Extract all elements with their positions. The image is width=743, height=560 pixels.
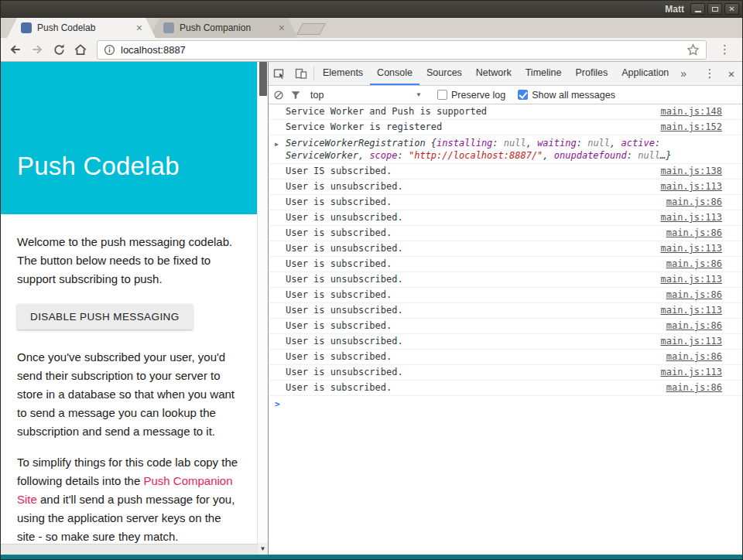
show-all-messages-checkbox[interactable] [518,90,528,100]
clear-console-icon[interactable] [273,90,284,101]
home-icon [74,43,87,56]
devtools-tab-elements[interactable]: Elements [316,62,370,85]
devtools-close-icon[interactable]: × [721,62,742,85]
console-message-text: User is unsubscribed. [286,336,403,347]
object-token: : [655,138,660,149]
inspect-element-button[interactable] [269,62,290,85]
console-source-link[interactable]: main.js:86 [657,289,722,301]
disable-push-button[interactable]: DISABLE PUSH MESSAGING [17,304,193,330]
console-toolbar: top ▼ Preserve log Show all messages [269,86,742,104]
object-token: : [577,138,587,149]
scroll-down-arrow-icon[interactable]: ▼ [258,543,268,555]
browser-tab-push-codelab[interactable]: Push Codelab × [7,18,156,38]
maximize-button[interactable] [707,3,722,15]
console-source-link[interactable]: main.js:86 [657,227,722,239]
devtools-tab-network[interactable]: Network [469,62,519,85]
console-source-link[interactable]: main.js:86 [657,382,722,394]
devtools-tab-sources[interactable]: Sources [419,62,469,85]
back-button[interactable] [5,39,26,60]
object-token: "http://localhost:8887/" [409,150,543,161]
device-toolbar-button[interactable] [290,62,312,85]
object-token: null [587,138,610,149]
tab-close-icon[interactable]: × [134,22,145,34]
subscription-paragraph: Once you've subscribed your user, you'd … [17,348,241,441]
console-row: User is unsubscribed.main.js:113 [269,241,742,257]
devtools-tab-profiles[interactable]: Profiles [568,62,615,85]
console-message-text: User is unsubscribed. [286,305,403,316]
object-token: null [504,138,526,149]
bookmark-star-icon[interactable] [687,43,700,56]
address-bar[interactable]: localhost:8887 [97,40,707,60]
browser-menu-icon[interactable]: ⋮ [713,43,738,56]
url-text[interactable]: localhost:8887 [121,44,681,56]
console-object-preview[interactable]: ServiceWorkerRegistration {installing: n… [286,137,722,162]
console-row: User is subscribed.main.js:86 [269,226,742,241]
console-source-link[interactable]: main.js:86 [657,258,722,270]
console-source-link[interactable]: main.js:86 [657,320,722,332]
console-source-link[interactable]: main.js:113 [652,212,722,224]
console-message-text: User is subscribed. [286,289,392,301]
devtools-tab-application[interactable]: Application [615,62,676,85]
object-token: onupdatefound [554,150,627,161]
console-source-link[interactable]: main.js:148 [652,106,722,118]
show-all-messages-option[interactable]: Show all messages [518,90,615,101]
preserve-log-option[interactable]: Preserve log [437,90,505,101]
devtools-tabs: ElementsConsoleSourcesNetworkTimelinePro… [316,62,676,85]
devtools-tab-timeline[interactable]: Timeline [519,62,569,85]
tab-favicon [21,22,32,33]
object-token: ServiceWorkerRegistration [286,138,431,149]
console-row: User is unsubscribed.main.js:113 [269,210,742,226]
reload-icon [53,43,66,56]
execution-context-selector[interactable]: top ▼ [307,90,425,101]
object-token: : [627,150,638,161]
devtools-menu-icon[interactable]: ⋮ [699,62,721,85]
filter-icon[interactable] [290,90,301,101]
window-titlebar[interactable]: Matt ✕ [1,1,742,18]
console-message-text: User is subscribed. [286,196,392,208]
page-scrollbar[interactable]: ▼ [257,62,268,555]
new-tab-button[interactable] [296,23,326,35]
forward-button[interactable] [27,39,47,60]
console-row: User is unsubscribed.main.js:113 [269,303,742,319]
toolbar-divider [313,67,314,80]
console-prompt-icon[interactable]: > [269,396,742,409]
preserve-log-checkbox[interactable] [437,90,447,100]
page-title: Push Codelab [17,152,257,181]
console-row: User is subscribed.main.js:86 [269,195,742,210]
object-token: null [638,150,660,161]
console-source-link[interactable]: main.js:113 [652,181,722,193]
console-row: Service Worker is registeredmain.js:152 [269,120,742,135]
object-token: ServiceWorker [286,150,358,161]
console-source-link[interactable]: main.js:113 [652,367,722,378]
console-source-link[interactable]: main.js:86 [657,351,722,363]
console-source-link[interactable]: main.js:113 [652,336,722,347]
console-source-link[interactable]: main.js:113 [652,243,722,254]
minimize-button[interactable] [690,3,705,15]
reload-button[interactable] [49,39,69,60]
console-source-link[interactable]: main.js:86 [657,196,722,208]
devtools-tab-console[interactable]: Console [370,62,419,85]
console-message-text: User is unsubscribed. [286,367,403,378]
console-source-link[interactable]: main.js:152 [652,121,722,133]
page-hero: Push Codelab [1,62,257,214]
object-token: , [358,150,369,161]
console-source-link[interactable]: main.js:113 [652,274,722,285]
console-row: User is subscribed.main.js:86 [269,381,742,396]
console-source-link[interactable]: main.js:138 [652,166,722,177]
page-bottom-section [1,544,257,555]
close-button[interactable]: ✕ [724,3,739,15]
tab-label: Push Companion [180,22,276,33]
console-message-text: User is unsubscribed. [286,243,403,254]
console-message-text: Service Worker and Push is supported [286,106,487,118]
browser-tab-push-companion[interactable]: Push Companion × [149,18,298,38]
browser-window: Matt ✕ Push Codelab × Push Companion × [0,0,743,560]
page-info-icon[interactable] [104,44,115,56]
tab-close-icon[interactable]: × [276,22,287,34]
more-tabs-icon[interactable]: » [676,62,691,85]
home-button[interactable] [70,39,91,60]
disclosure-triangle-icon[interactable]: ▶ [275,138,279,150]
object-token: installing [437,138,492,149]
scrollbar-thumb[interactable] [259,62,267,96]
object-token: waiting [537,138,577,149]
console-source-link[interactable]: main.js:113 [652,305,722,316]
